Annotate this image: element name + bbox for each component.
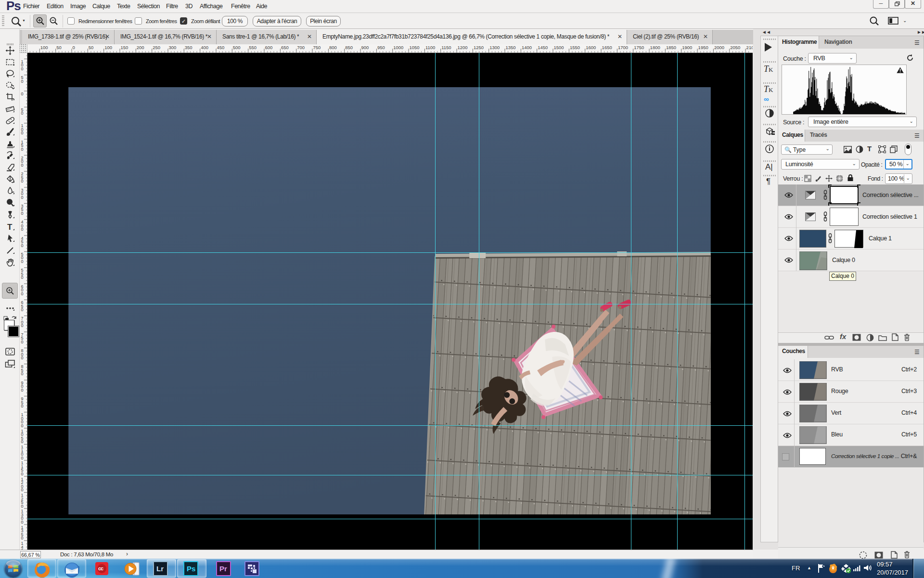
svg-text:1900: 1900 xyxy=(682,45,692,50)
svg-text:1100: 1100 xyxy=(425,45,435,50)
svg-text:0: 0 xyxy=(73,45,75,50)
svg-text:750: 750 xyxy=(313,45,321,50)
svg-text:1500: 1500 xyxy=(554,45,564,50)
svg-text:100: 100 xyxy=(40,45,48,50)
svg-text:50: 50 xyxy=(56,45,62,50)
svg-text:900: 900 xyxy=(361,45,369,50)
svg-text:0: 0 xyxy=(21,291,24,296)
svg-text:800: 800 xyxy=(329,45,337,50)
svg-text:1850: 1850 xyxy=(666,45,676,50)
svg-text:500: 500 xyxy=(233,45,241,50)
svg-text:0: 0 xyxy=(21,520,24,525)
svg-text:550: 550 xyxy=(249,45,257,50)
svg-text:0: 0 xyxy=(21,388,24,393)
svg-text:0: 0 xyxy=(21,307,24,312)
svg-text:700: 700 xyxy=(297,45,305,50)
svg-text:450: 450 xyxy=(217,45,225,50)
svg-text:1250: 1250 xyxy=(474,45,484,50)
svg-text:1150: 1150 xyxy=(441,45,451,50)
svg-text:350: 350 xyxy=(185,45,192,50)
svg-text:0: 0 xyxy=(21,504,24,509)
svg-text:950: 950 xyxy=(377,45,385,50)
svg-text:0: 0 xyxy=(21,404,24,408)
svg-text:0: 0 xyxy=(21,66,24,71)
svg-text:150: 150 xyxy=(121,45,128,50)
svg-text:0: 0 xyxy=(21,536,24,540)
svg-text:0: 0 xyxy=(21,259,24,264)
svg-text:0: 0 xyxy=(21,355,24,360)
svg-text:1800: 1800 xyxy=(650,45,660,50)
svg-text:0: 0 xyxy=(21,487,24,492)
svg-text:1750: 1750 xyxy=(634,45,644,50)
svg-text:0: 0 xyxy=(21,92,24,96)
svg-text:0: 0 xyxy=(21,340,24,344)
svg-text:0: 0 xyxy=(21,243,24,248)
svg-text:0: 0 xyxy=(21,111,24,116)
svg-text:1050: 1050 xyxy=(410,45,420,50)
svg-text:1000: 1000 xyxy=(393,45,403,50)
svg-text:0: 0 xyxy=(21,179,24,184)
svg-text:0: 0 xyxy=(21,147,24,152)
svg-text:400: 400 xyxy=(201,45,208,50)
svg-text:300: 300 xyxy=(169,45,177,50)
svg-text:1350: 1350 xyxy=(506,45,516,50)
svg-text:0: 0 xyxy=(21,371,24,376)
svg-text:1600: 1600 xyxy=(586,45,596,50)
svg-text:0: 0 xyxy=(21,456,24,460)
svg-text:0: 0 xyxy=(21,423,24,428)
svg-text:0: 0 xyxy=(21,227,24,232)
svg-text:1950: 1950 xyxy=(698,45,708,50)
svg-text:1200: 1200 xyxy=(458,45,468,50)
svg-text:0: 0 xyxy=(21,163,24,168)
svg-text:0: 0 xyxy=(21,195,24,200)
svg-text:1700: 1700 xyxy=(618,45,628,50)
svg-text:200: 200 xyxy=(137,45,144,50)
svg-text:100: 100 xyxy=(104,45,112,50)
svg-text:850: 850 xyxy=(345,45,353,50)
svg-text:2050: 2050 xyxy=(730,45,740,50)
svg-text:0: 0 xyxy=(21,211,24,216)
svg-text:0: 0 xyxy=(21,131,24,135)
svg-text:2100: 2100 xyxy=(746,45,753,50)
svg-text:1550: 1550 xyxy=(570,45,580,50)
svg-text:0: 0 xyxy=(21,439,24,444)
svg-text:600: 600 xyxy=(265,45,273,50)
svg-text:0: 0 xyxy=(21,79,24,84)
svg-text:2000: 2000 xyxy=(714,45,724,50)
svg-text:T: T xyxy=(7,223,13,232)
svg-text:650: 650 xyxy=(281,45,289,50)
svg-text:250: 250 xyxy=(153,45,160,50)
svg-text:0: 0 xyxy=(21,323,24,328)
svg-text:1300: 1300 xyxy=(489,45,500,50)
svg-text:50: 50 xyxy=(89,45,94,50)
svg-text:0: 0 xyxy=(21,275,24,280)
svg-text:1400: 1400 xyxy=(522,45,532,50)
svg-text:1650: 1650 xyxy=(602,45,612,50)
svg-text:0: 0 xyxy=(21,472,24,476)
svg-text:1450: 1450 xyxy=(538,45,548,50)
